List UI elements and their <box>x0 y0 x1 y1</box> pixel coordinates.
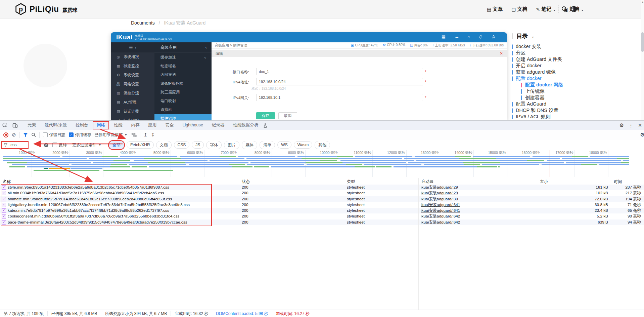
toc-item[interactable]: 配置 AdGuard <box>512 101 643 107</box>
toc-item[interactable]: 创建 AdGuard 文件夹 <box>512 56 643 63</box>
clear-filter-icon[interactable]: ✕ <box>44 143 48 147</box>
filter-pill[interactable]: 媒体 <box>242 141 257 149</box>
ikuai-submenu-item[interactable]: 跨三层应用 <box>154 88 212 96</box>
scrollbar-up-arrow[interactable]: ▲ <box>641 1 644 3</box>
toc-item[interactable]: IPV6 / ACL 规则 <box>512 114 643 120</box>
search-icon[interactable] <box>561 6 568 12</box>
import-har-icon[interactable]: ↥ <box>144 132 148 137</box>
column-header-time[interactable]: 时间 <box>611 178 644 185</box>
toc-item[interactable]: docker 安装 <box>512 43 643 50</box>
filter-text-input[interactable]: .css <box>1 141 29 149</box>
preserve-log-checkbox[interactable]: 保留日志 <box>43 132 65 138</box>
network-request-row[interactable]: ✓ katex.min.7e5db7914b97e596a36c1abb67cc… <box>0 208 644 213</box>
devtools-tab[interactable]: 控制台 <box>71 121 93 130</box>
search-icon[interactable] <box>31 132 36 137</box>
breadcrumb-root[interactable]: Documents <box>131 20 155 26</box>
kebab-menu-icon[interactable]: ⋮ <box>629 123 633 128</box>
request-name-cell[interactable]: ✓ pace-theme-minimal.3e16fae4203c52d3483… <box>0 220 239 225</box>
more-filters-dropdown[interactable]: 更多过滤条件 ▼ <box>72 142 101 148</box>
ikuai-submenu-item[interactable]: 内网穿透 <box>154 70 212 79</box>
filter-pill[interactable]: JS <box>192 141 204 149</box>
network-request-row[interactable]: ✓ all.min.0934b1fc0d3a766d41d3adf5e7a115… <box>0 190 644 196</box>
invert-filter-checkbox[interactable]: 反转 <box>52 142 67 148</box>
column-header-type[interactable]: 类型 <box>344 178 419 185</box>
settings-gear-icon[interactable]: ⚙ <box>619 122 624 128</box>
home-icon[interactable]: ⌂ <box>467 34 470 39</box>
request-name-cell[interactable]: ✓ style.min.9becb9501a143231883cfeb6e2a5… <box>0 185 239 190</box>
form-input[interactable]: 192.168.10.0/24 <box>256 78 423 85</box>
device-toolbar-icon[interactable] <box>10 122 20 129</box>
ikuai-submenu-item[interactable]: 动态域名 <box>154 62 212 70</box>
toc-item[interactable]: 获取 adguard 镜像 <box>512 69 643 75</box>
filter-pill[interactable]: CSS <box>174 141 190 149</box>
devtools-tab[interactable]: Lighthouse <box>178 121 207 130</box>
request-initiator-link[interactable]: ikuai安装adguard/:642 <box>419 213 537 219</box>
devtools-tab[interactable]: 内存 <box>127 121 144 130</box>
toc-item[interactable]: 开启 docker <box>512 63 643 69</box>
toc-title[interactable]: 目录 ⌄ <box>512 32 643 40</box>
devtools-tab[interactable]: 性能数据分析 <box>229 121 263 130</box>
theme-toggle-icon[interactable] <box>570 6 577 12</box>
ikuai-menu-item[interactable]: ▥ 流控分流 <box>111 89 154 98</box>
close-icon[interactable]: ✕ <box>638 123 642 128</box>
grid-icon[interactable]: ▦ <box>442 34 446 39</box>
filter-pill[interactable]: 图片 <box>224 141 239 149</box>
request-name-cell[interactable]: ✓ cookieconsent.min.cd0d0b6e50ff01ff2f3a… <box>0 213 239 219</box>
ikuai-menu-item[interactable]: ▧ 认证计费 <box>111 107 154 116</box>
filter-pill[interactable]: 全部 <box>109 141 124 149</box>
network-conditions-icon[interactable] <box>131 132 137 137</box>
toc-item[interactable]: 创建容器 <box>521 94 643 101</box>
site-logo[interactable]: p PiLiQiu 霹雳球 <box>15 3 78 15</box>
ikuai-menu-toggle[interactable]: ☰ ‹ <box>111 42 154 52</box>
nav-item[interactable]: ▢ 文档 <box>511 6 528 12</box>
ikuai-menu-item[interactable]: ◎ 系统概况 <box>111 52 154 62</box>
filter-pill[interactable]: WS <box>277 141 291 149</box>
form-input[interactable]: doc_1 <box>256 68 423 75</box>
ikuai-submenu-item[interactable]: 缓存加速 ⌄ <box>154 53 212 62</box>
ikuai-menu-item[interactable]: ⚙ 系统设置 <box>111 71 154 80</box>
ikuai-submenu-item[interactable]: 虚拟机 <box>154 105 212 114</box>
record-network-log-icon[interactable] <box>3 132 8 137</box>
network-request-row[interactable]: ✓ style.min.9becb9501a143231883cfeb6e2a5… <box>0 185 644 190</box>
request-initiator-link[interactable]: ikuai安装adguard/:29 <box>419 185 537 190</box>
filter-pill[interactable]: Wasm <box>294 141 313 149</box>
nav-item[interactable]: ✎ 笔记 ⌄ <box>536 6 556 12</box>
ikuai-menu-item[interactable]: ⇄ 行为管控 <box>111 116 154 120</box>
column-header-initiator[interactable]: 启动器 <box>419 178 537 185</box>
save-button[interactable]: 保存 <box>256 112 275 119</box>
network-settings-gear-icon[interactable]: ⚙ <box>640 132 644 138</box>
filter-pill[interactable]: 字体 <box>206 141 222 149</box>
form-input[interactable]: 192.168.10.1 <box>256 94 423 101</box>
ikuai-menu-item[interactable]: 品 网络设置 <box>111 80 154 89</box>
toc-item[interactable]: 配置 docker 网络 <box>521 82 643 88</box>
cancel-button[interactable]: 取消 <box>278 112 297 119</box>
ikuai-menu-item[interactable]: ▦ 状态监控 <box>111 62 154 71</box>
clear-network-log-icon[interactable]: ⊘ <box>12 132 16 138</box>
network-request-row[interactable]: ✓ cookieconsent.min.cd0d0b6e50ff01ff2f3a… <box>0 213 644 219</box>
devtools-tab[interactable]: 网络 <box>92 121 109 130</box>
export-har-icon[interactable]: ↧ <box>151 132 155 137</box>
inspect-element-icon[interactable] <box>0 122 10 129</box>
request-initiator-link[interactable]: ikuai安装adguard/:642 <box>419 220 537 225</box>
nav-item[interactable]: ▤ 文章 <box>487 6 504 12</box>
request-name-cell[interactable]: ✓ lightgallery-bundle.min.120f067ebd6f32… <box>0 202 239 208</box>
devtools-tab[interactable]: 性能 <box>109 121 127 130</box>
cloud-icon[interactable]: ☁ <box>454 34 459 39</box>
devtools-tab[interactable]: 安全 <box>161 121 178 130</box>
request-initiator-link[interactable]: ikuai安装adguard/:641 <box>419 208 537 213</box>
devtools-tab[interactable]: 记录器 <box>208 121 229 130</box>
filter-pill[interactable]: 文档 <box>156 141 172 149</box>
column-header-name[interactable]: 名称 <box>0 178 239 185</box>
request-initiator-link[interactable]: ikuai安装adguard/:30 <box>419 196 537 202</box>
filter-pill[interactable]: 其他 <box>315 141 330 149</box>
close-icon[interactable]: ✕ <box>500 51 503 56</box>
toc-item[interactable]: DHCP 和 DNS 设置 <box>512 107 643 114</box>
throttling-dropdown[interactable]: 已停用节流模式 ▼ <box>95 132 128 138</box>
ikuai-submenu-item[interactable]: SNMP服务端 <box>154 79 212 88</box>
filter-funnel-icon[interactable] <box>23 133 28 137</box>
network-overview-timeline[interactable]: 1000 毫秒 2000 毫秒 3000 毫秒 4000 毫秒 5000 毫秒 … <box>0 150 644 177</box>
disable-cache-checkbox[interactable]: ✓ 停用缓存 <box>69 132 91 138</box>
toc-item[interactable]: 配置 docker <box>512 75 643 82</box>
toc-item[interactable]: 上传镜像 <box>521 88 643 94</box>
request-initiator-link[interactable]: ikuai安装adguard/:29 <box>419 190 537 196</box>
